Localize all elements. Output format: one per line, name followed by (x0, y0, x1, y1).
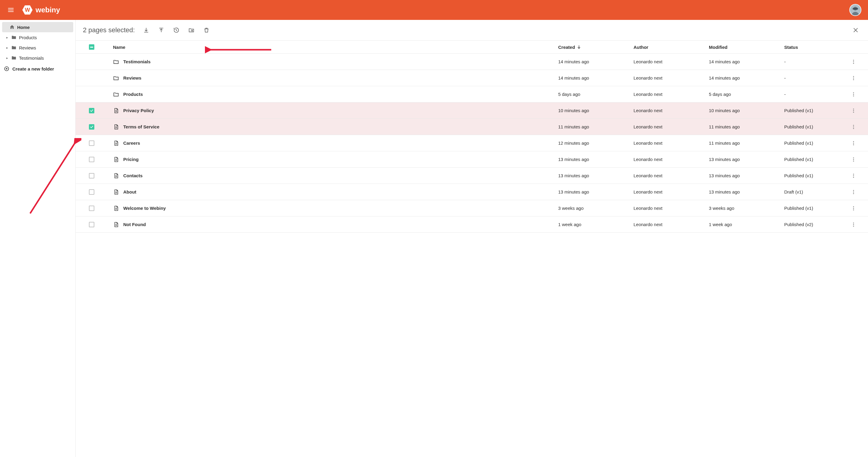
brand-logo[interactable]: W webiny (22, 5, 60, 15)
row-actions-button[interactable] (844, 92, 863, 97)
caret-icon[interactable]: ▸ (6, 36, 9, 39)
row-name: Privacy Policy (123, 108, 154, 113)
folder-icon (11, 35, 17, 40)
row-actions-button[interactable] (844, 108, 863, 113)
table-row[interactable]: Welcome to Webiny3 weeks agoLeonardo nex… (76, 200, 868, 216)
svg-point-24 (853, 110, 854, 111)
column-header-label: Created (558, 44, 575, 50)
svg-point-58 (853, 222, 854, 223)
page-icon (113, 205, 119, 211)
column-header-status[interactable]: Status (784, 44, 844, 50)
sidebar-item-products[interactable]: ▸ Products (2, 32, 73, 42)
user-avatar[interactable] (849, 4, 861, 16)
delete-button[interactable] (200, 24, 213, 36)
page-icon (113, 156, 119, 162)
row-status: Published (v1) (784, 108, 844, 113)
svg-point-54 (853, 208, 854, 209)
row-created: 1 week ago (558, 222, 633, 227)
row-checkbox[interactable] (89, 173, 94, 179)
publish-button[interactable] (155, 24, 167, 36)
row-checkbox[interactable] (89, 222, 94, 227)
svg-point-38 (853, 157, 854, 158)
select-all-checkbox[interactable] (89, 44, 94, 50)
row-modified: 11 minutes ago (709, 141, 784, 146)
svg-point-28 (853, 125, 854, 126)
row-actions-button[interactable] (844, 59, 863, 64)
sidebar-item-label: Products (19, 35, 37, 40)
app-body: Home ▸ Products ▸ Reviews ▸ (0, 20, 868, 457)
svg-point-23 (853, 109, 854, 110)
app-root: W webiny Home ▸ (0, 0, 868, 457)
row-modified: 14 minutes ago (709, 59, 784, 64)
table-row[interactable]: Privacy Policy10 minutes agoLeonardo nex… (76, 102, 868, 119)
sidebar-item-testimonials[interactable]: ▸ Testimonials (2, 53, 73, 63)
row-modified: 13 minutes ago (709, 189, 784, 194)
row-created: 3 weeks ago (558, 206, 633, 211)
table-row[interactable]: Reviews14 minutes agoLeonardo next14 min… (76, 70, 868, 86)
brand-badge-icon: W (22, 5, 33, 15)
column-header-created[interactable]: Created (558, 44, 633, 50)
brand-name: webiny (36, 6, 60, 14)
row-status: - (784, 75, 844, 81)
row-checkbox[interactable] (89, 108, 94, 113)
column-header-modified[interactable]: Modified (709, 44, 784, 50)
row-name: Testimonials (123, 59, 151, 64)
home-icon (9, 24, 15, 30)
row-actions-button[interactable] (844, 75, 863, 81)
row-actions-button[interactable] (844, 141, 863, 146)
pages-table: Name Created Author Modified Status (76, 41, 868, 457)
row-checkbox[interactable] (89, 141, 94, 146)
sidebar-item-label: Testimonials (19, 56, 44, 61)
row-actions-button[interactable] (844, 222, 863, 227)
unpublish-button[interactable] (170, 24, 182, 36)
history-icon (173, 27, 179, 33)
svg-point-14 (853, 63, 854, 64)
table-row[interactable]: Careers12 minutes agoLeonardo next11 min… (76, 135, 868, 151)
row-checkbox[interactable] (89, 157, 94, 162)
row-actions-button[interactable] (844, 189, 863, 195)
table-row[interactable]: Terms of Service11 minutes agoLeonardo n… (76, 119, 868, 135)
svg-point-55 (853, 209, 854, 210)
row-checkbox[interactable] (89, 124, 94, 130)
table-row[interactable]: Products5 days agoLeonardo next5 days ag… (76, 86, 868, 102)
table-row[interactable]: About13 minutes agoLeonardo next13 minut… (76, 184, 868, 200)
close-selection-button[interactable] (850, 25, 861, 35)
row-checkbox[interactable] (89, 189, 94, 195)
caret-icon[interactable]: ▸ (6, 56, 9, 60)
row-actions-button[interactable] (844, 157, 863, 162)
svg-point-29 (853, 126, 854, 127)
row-created: 10 minutes ago (558, 108, 633, 113)
row-author: Leonardo next (633, 75, 709, 81)
svg-point-33 (853, 141, 854, 142)
column-header-author[interactable]: Author (633, 44, 709, 50)
row-name: Products (123, 92, 143, 97)
move-button[interactable] (185, 24, 197, 36)
caret-icon[interactable]: ▸ (6, 46, 9, 50)
svg-point-45 (853, 177, 854, 178)
row-status: Published (v1) (784, 157, 844, 162)
sidebar-item-reviews[interactable]: ▸ Reviews (2, 42, 73, 53)
table-row[interactable]: Testimonials14 minutes agoLeonardo next1… (76, 54, 868, 70)
row-actions-button[interactable] (844, 206, 863, 211)
page-icon (113, 173, 119, 179)
hamburger-menu-button[interactable] (5, 4, 17, 16)
row-name: Pricing (123, 157, 138, 162)
svg-point-16 (853, 78, 854, 79)
row-modified: 1 week ago (709, 222, 784, 227)
row-checkbox[interactable] (89, 206, 94, 211)
create-folder-button[interactable]: Create a new folder (2, 63, 73, 74)
svg-point-60 (853, 225, 854, 226)
table-row[interactable]: Not Found1 week agoLeonardo next1 week a… (76, 216, 868, 233)
page-icon (113, 189, 119, 195)
column-header-name[interactable]: Name (102, 44, 558, 50)
row-actions-button[interactable] (844, 173, 863, 179)
svg-point-20 (853, 95, 854, 96)
table-row[interactable]: Pricing13 minutes agoLeonardo next13 min… (76, 151, 868, 167)
row-actions-button[interactable] (844, 124, 863, 130)
row-status: Published (v2) (784, 222, 844, 227)
sidebar-item-home[interactable]: Home (2, 22, 73, 32)
table-row[interactable]: Contacts13 minutes agoLeonardo next13 mi… (76, 167, 868, 184)
export-button[interactable] (140, 24, 152, 36)
row-author: Leonardo next (633, 189, 709, 194)
svg-point-40 (853, 160, 854, 161)
